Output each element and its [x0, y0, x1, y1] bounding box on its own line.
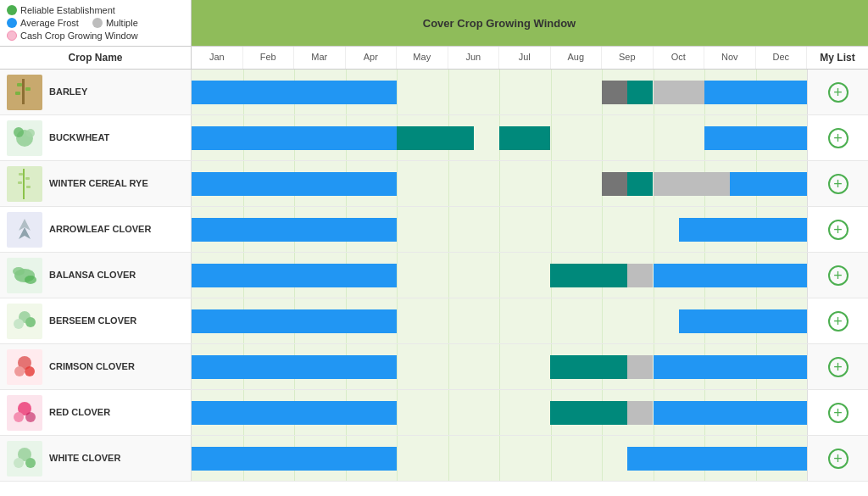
bar-segment [704, 81, 807, 104]
month-header-aug: Aug [551, 47, 603, 69]
crop-name-text: ARROWLEAF CLOVER [49, 223, 151, 235]
bar-segment [627, 401, 653, 425]
bar-segment [550, 355, 627, 379]
month-header-jan: Jan [192, 47, 243, 69]
bar-segment [627, 172, 653, 196]
bar-segment [602, 81, 627, 104]
crop-chart-cell [192, 390, 807, 435]
bar-segment [192, 172, 397, 196]
crop-thumbnail [7, 75, 42, 110]
svg-point-8 [26, 129, 35, 137]
crop-name-cell: BUCKWHEAT [0, 115, 192, 160]
legend-frost: Average Frost [7, 18, 79, 28]
crop-chart-cell [192, 207, 807, 252]
month-header-jul: Jul [499, 47, 551, 69]
add-to-list-button[interactable]: + [828, 449, 849, 469]
crop-chart-cell [192, 115, 807, 160]
crop-name-text: WINTER CEREAL RYE [49, 177, 148, 189]
bar-segment [679, 218, 807, 242]
svg-rect-11 [19, 173, 23, 176]
svg-point-22 [14, 319, 24, 329]
add-to-list-button[interactable]: + [828, 82, 849, 103]
chart-inner [192, 401, 807, 425]
table-row: ARROWLEAF CLOVER+ [0, 207, 868, 253]
reliable-dot [7, 5, 17, 15]
crop-thumbnail [7, 120, 42, 156]
bar-segment [192, 355, 397, 379]
chart-inner [192, 218, 807, 242]
mylist-cell: + [807, 298, 868, 343]
add-to-list-button[interactable]: + [828, 265, 849, 286]
cover-crop-label: Cover Crop Growing Window [423, 17, 576, 30]
chart-inner [192, 447, 807, 471]
chart-inner [192, 81, 807, 104]
table-row: WHITE CLOVER+ [0, 436, 868, 482]
svg-point-30 [14, 412, 24, 422]
month-header-jun: Jun [448, 47, 500, 69]
mylist-cell: + [807, 390, 868, 435]
cover-crop-header: Cover Crop Growing Window [192, 0, 807, 46]
svg-point-19 [25, 276, 36, 284]
month-header-apr: Apr [346, 47, 398, 69]
legend-multiple: Multiple [92, 18, 138, 28]
crop-name-cell: RED CLOVER [0, 390, 192, 435]
svg-point-35 [25, 458, 36, 468]
crop-thumbnail [7, 304, 42, 339]
chart-inner [192, 355, 807, 379]
cash-dot [7, 31, 17, 41]
svg-rect-4 [15, 92, 20, 95]
bar-segment [654, 81, 704, 104]
add-to-list-button[interactable]: + [828, 357, 849, 377]
add-to-list-button[interactable]: + [828, 220, 849, 240]
legend-cash: Cash Crop Growing Window [7, 31, 184, 41]
crop-chart-cell [192, 161, 807, 206]
svg-point-7 [14, 127, 24, 137]
bar-segment [550, 401, 627, 425]
bar-segment [654, 401, 808, 425]
bar-segment [627, 355, 653, 379]
mylist-cell: + [807, 70, 868, 114]
mylist-cell: + [807, 161, 868, 206]
mylist-top-bg [807, 0, 868, 46]
crop-name-text: BARLEY [49, 86, 87, 98]
bar-segment [499, 126, 550, 150]
crop-thumbnail [7, 258, 42, 293]
bar-segment [627, 81, 653, 104]
bar-segment [192, 218, 397, 242]
column-headers: Crop Name JanFebMarAprMayJunJulAugSepOct… [0, 47, 868, 70]
chart-inner [192, 264, 807, 287]
table-row: BALANSA CLOVER+ [0, 253, 868, 298]
svg-rect-12 [25, 177, 30, 180]
crop-chart-cell [192, 253, 807, 298]
crop-thumbnail [7, 395, 42, 431]
add-to-list-button[interactable]: + [828, 174, 849, 194]
table-row: RED CLOVER+ [0, 390, 868, 436]
mylist-cell: + [807, 344, 868, 389]
bar-segment [192, 264, 397, 287]
svg-rect-3 [25, 87, 31, 91]
crop-name-cell: WHITE CLOVER [0, 436, 192, 481]
legend-section: Reliable Establishment Average Frost Mul… [0, 0, 192, 46]
svg-point-23 [25, 317, 36, 327]
svg-point-31 [25, 412, 36, 422]
svg-point-18 [13, 267, 25, 276]
crop-thumbnail [7, 349, 42, 385]
add-to-list-button[interactable]: + [828, 311, 849, 332]
crop-name-cell: CRIMSON CLOVER [0, 344, 192, 389]
svg-point-27 [25, 366, 35, 376]
month-header-may: May [397, 47, 448, 69]
months-header: JanFebMarAprMayJunJulAugSepOctNovDec [192, 47, 807, 69]
bar-segment [397, 126, 474, 150]
crop-chart-cell [192, 298, 807, 343]
table-row: CRIMSON CLOVER+ [0, 344, 868, 390]
mylist-header: My List [807, 47, 868, 69]
add-to-list-button[interactable]: + [828, 403, 849, 423]
bar-segment [654, 172, 731, 196]
mylist-cell: + [807, 253, 868, 298]
add-to-list-button[interactable]: + [828, 128, 849, 148]
svg-point-34 [14, 458, 24, 468]
month-header-feb: Feb [243, 47, 295, 69]
frost-dot [7, 18, 17, 28]
table-row: BARLEY+ [0, 70, 868, 115]
crop-name-cell: ARROWLEAF CLOVER [0, 207, 192, 252]
